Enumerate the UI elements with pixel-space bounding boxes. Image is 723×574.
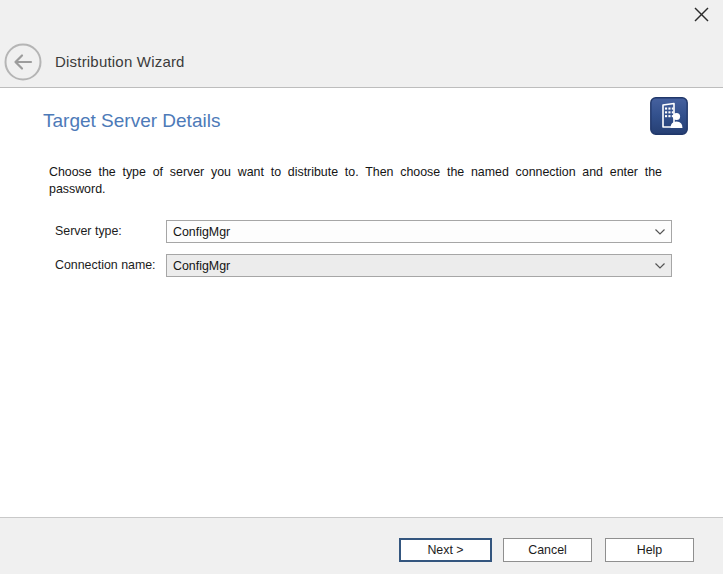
cancel-button[interactable]: Cancel <box>503 538 592 562</box>
server-type-row: Server type: ConfigMgr <box>0 220 723 243</box>
connection-name-dropdown[interactable]: ConfigMgr <box>166 254 672 277</box>
button-bar: Next > Cancel Help <box>0 517 723 574</box>
chevron-down-icon <box>649 228 671 236</box>
connection-name-value: ConfigMgr <box>167 259 649 273</box>
server-type-label: Server type: <box>55 224 122 238</box>
chevron-down-icon <box>649 262 671 270</box>
next-button[interactable]: Next > <box>399 538 492 562</box>
page-title: Target Server Details <box>43 110 220 132</box>
wizard-title: Distribution Wizard <box>55 53 185 70</box>
connection-name-row: Connection name: ConfigMgr <box>0 254 723 277</box>
server-type-dropdown[interactable]: ConfigMgr <box>166 220 672 243</box>
help-button[interactable]: Help <box>605 538 694 562</box>
connection-name-label: Connection name: <box>55 258 156 272</box>
back-button[interactable] <box>4 43 42 81</box>
wizard-header: Distribution Wizard <box>0 0 723 88</box>
close-icon <box>693 6 710 27</box>
distribution-target-icon <box>650 97 688 135</box>
close-button[interactable] <box>687 2 715 30</box>
page-description: Choose the type of server you want to di… <box>49 164 662 198</box>
server-type-value: ConfigMgr <box>167 225 649 239</box>
back-arrow-icon <box>4 67 42 84</box>
